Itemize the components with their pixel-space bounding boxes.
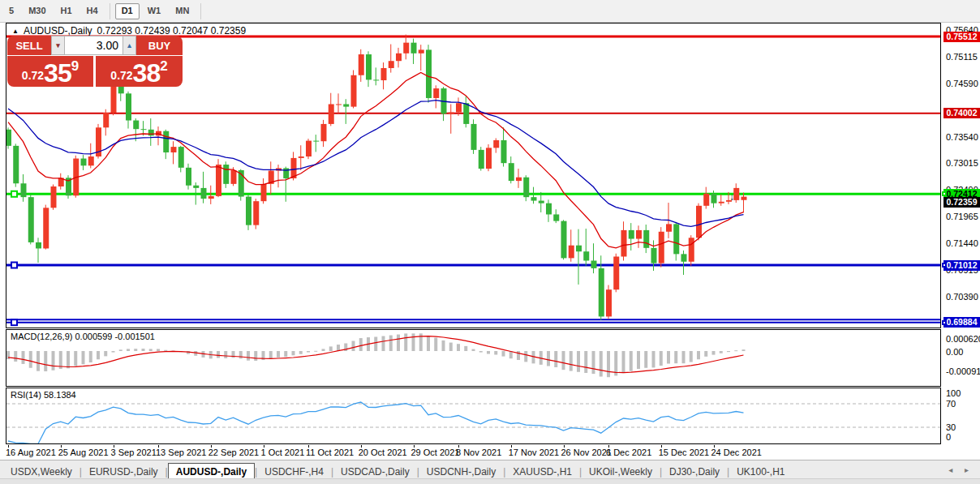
macd-bar	[359, 338, 363, 351]
buy-button[interactable]: BUY	[136, 36, 183, 55]
macd-bar	[157, 349, 160, 351]
candle-down	[426, 49, 432, 98]
macd-bar	[494, 351, 497, 355]
candle-up	[719, 202, 724, 203]
macd-label: MACD(12,26,9) 0.000599 -0.001501	[11, 332, 155, 341]
price-tick: 0.73540	[946, 132, 978, 142]
macd-bar	[74, 351, 77, 366]
volume-decrease-button[interactable]: ▾	[51, 36, 65, 55]
timeframe-button-w1[interactable]: W1	[141, 3, 168, 19]
sell-arrow-marker[interactable]: ↓	[729, 191, 734, 203]
price-axis[interactable]: 0.756400.751150.745900.735400.730150.724…	[942, 23, 980, 444]
price-chart-pane[interactable]: ▲ AUDUSD-,Daily 0.72293 0.72439 0.72047 …	[6, 23, 941, 328]
macd-bar	[674, 351, 677, 363]
volume-input[interactable]: 3.00	[65, 36, 122, 55]
rsi-axis-tick: 100	[946, 388, 961, 398]
chart-ohlc-values: 0.72293 0.72439 0.72047 0.72359	[97, 25, 247, 36]
tab-usdchf-h4[interactable]: USDCHF-,H4	[257, 464, 331, 480]
candle-up	[321, 124, 327, 141]
tab-uk100-h1[interactable]: UK100-,H1	[729, 464, 792, 480]
macd-bar	[434, 338, 437, 351]
macd-bar	[14, 351, 17, 362]
candle-up	[419, 49, 424, 53]
candle-up	[613, 256, 619, 289]
candle-down	[36, 242, 41, 249]
date-label: 13 Sep 2021	[156, 448, 206, 457]
macd-bar	[607, 351, 610, 377]
price-tick: 0.74590	[946, 79, 978, 88]
candle-up	[741, 197, 747, 200]
line-anchor-handle[interactable]	[11, 319, 17, 325]
collapse-panel-icon[interactable]: ▲	[12, 28, 19, 35]
buy-price-big: 38	[133, 61, 161, 85]
line-anchor-handle[interactable]	[11, 263, 17, 268]
candle-up	[621, 230, 627, 257]
tab-scroll-arrows[interactable]: ◂ ▸	[948, 465, 974, 474]
tab-usdcnh-daily[interactable]: USDCNH-,Daily	[419, 464, 503, 480]
macd-bar	[697, 351, 700, 359]
macd-bar	[224, 351, 227, 358]
macd-bar	[487, 351, 490, 354]
macd-bar	[637, 351, 640, 369]
macd-bar	[404, 333, 407, 351]
sell-button[interactable]: SELL	[7, 36, 51, 55]
candle-up	[216, 165, 221, 196]
tab-eurusd-daily[interactable]: EURUSD-,Daily	[82, 464, 165, 480]
macd-bar	[247, 351, 250, 361]
macd-bar	[89, 351, 92, 362]
candle-down	[373, 79, 379, 80]
timeframe-button-h1[interactable]: H1	[54, 3, 79, 19]
candle-down	[223, 165, 229, 184]
timeframe-button-d1[interactable]: D1	[115, 3, 140, 19]
tab-usdcad-daily[interactable]: USDCAD-,Daily	[333, 464, 417, 480]
candle-down	[313, 141, 319, 142]
sell-price-display[interactable]: 0.72 35 9	[7, 56, 93, 87]
macd-bar	[682, 351, 686, 363]
candle-down	[411, 43, 417, 54]
candle-down	[126, 93, 131, 120]
macd-bar	[464, 346, 467, 351]
tab-ukoil-weekly[interactable]: UKOil-,Weekly	[582, 464, 660, 480]
rsi-indicator-pane[interactable]: RSI(14) 58.1384	[6, 388, 941, 444]
tab-usdx-weekly[interactable]: USDX,Weekly	[3, 464, 80, 480]
timeframe-button-5[interactable]: 5	[2, 3, 20, 19]
macd-bar	[592, 351, 595, 374]
timeframe-button-m30[interactable]: M30	[22, 3, 52, 19]
date-label: 16 Aug 2021	[6, 448, 56, 457]
macd-bar	[322, 349, 325, 351]
candle-down	[133, 121, 139, 130]
price-tick: 0.71440	[946, 238, 978, 248]
date-label: 24 Dec 2021	[711, 448, 762, 457]
macd-bar	[314, 351, 317, 352]
macd-bar	[547, 351, 550, 366]
macd-bar	[457, 344, 460, 351]
toolbar-separator	[200, 3, 201, 19]
macd-bar	[690, 351, 693, 362]
line-anchor-handle[interactable]	[11, 191, 17, 197]
price-badge-0.75512: 0.75512	[943, 32, 980, 42]
toolbar-separator	[110, 3, 110, 19]
tab-xauusd-h1[interactable]: XAUUSD-,H1	[505, 464, 579, 480]
date-label: 8 Nov 2021	[456, 448, 501, 457]
timeframe-button-mn[interactable]: MN	[169, 3, 196, 19]
tab-dj30-daily[interactable]: DJ30-,Daily	[662, 464, 727, 480]
macd-bar	[667, 351, 670, 364]
timeframe-button-h4[interactable]: H4	[80, 3, 105, 19]
macd-bar	[97, 351, 100, 359]
date-label: 3 Sep 2021	[111, 448, 157, 457]
candle-down	[523, 178, 529, 197]
macd-indicator-pane[interactable]: MACD(12,26,9) 0.000599 -0.001501	[6, 329, 941, 387]
candle-up	[456, 103, 462, 112]
badge-anchor-square	[942, 320, 947, 325]
volume-increase-button[interactable]: ▴	[122, 36, 136, 55]
candle-up	[696, 206, 702, 238]
candle-up	[396, 54, 402, 61]
macd-bar	[727, 351, 730, 352]
macd-bar	[134, 349, 137, 351]
macd-bar	[164, 350, 167, 351]
candle-up	[389, 61, 394, 68]
candle-down	[163, 131, 169, 152]
buy-price-display[interactable]: 0.72 38 2	[96, 56, 183, 87]
date-axis[interactable]: 16 Aug 202125 Aug 20213 Sep 202113 Sep 2…	[6, 445, 980, 459]
candle-down	[643, 230, 649, 248]
